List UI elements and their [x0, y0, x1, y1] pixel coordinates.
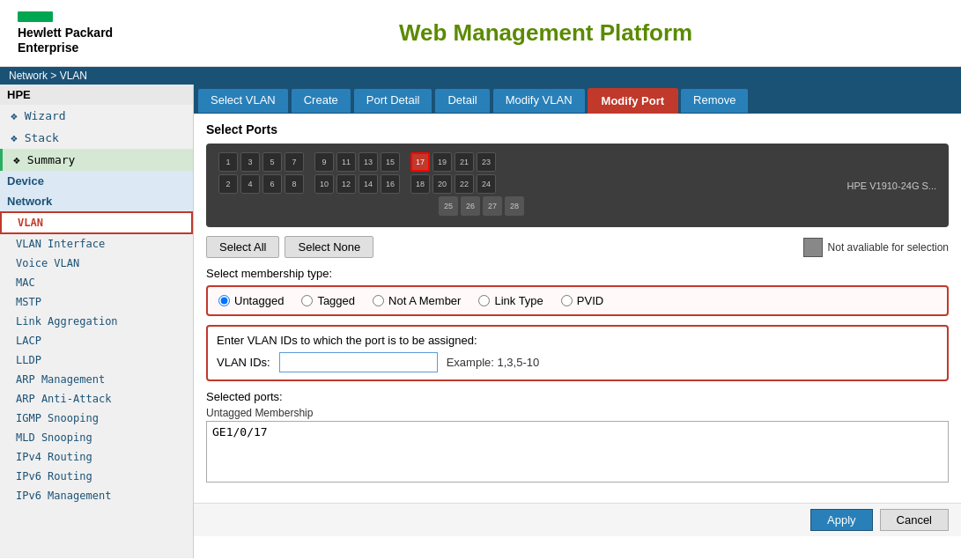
not-available-text: Not avaliable for selection [828, 241, 949, 254]
logo-text: Hewlett PackardEnterprise [18, 26, 113, 55]
radio-tagged-input[interactable] [301, 295, 313, 306]
port-13[interactable]: 13 [359, 152, 378, 172]
header: Hewlett PackardEnterprise Web Management… [0, 0, 961, 67]
port-9[interactable]: 9 [314, 152, 334, 172]
sidebar-sub-ipv6-routing[interactable]: IPv6 Routing [0, 467, 193, 486]
port-16[interactable]: 16 [381, 174, 400, 194]
port-26[interactable]: 26 [461, 196, 480, 216]
port-23[interactable]: 23 [477, 152, 496, 172]
sidebar-sub-igmp-snooping[interactable]: IGMP Snooping [0, 409, 193, 428]
port-17[interactable]: 17 [410, 152, 430, 172]
port-rows: 1 3 5 7 9 11 13 15 17 19 21 23 [218, 152, 839, 218]
selected-ports-textarea[interactable]: GE1/0/17 [206, 421, 949, 483]
selected-ports-section: Selected ports: Untagged Membership GE1/… [206, 390, 949, 485]
not-available-indicator: Not avaliable for selection [803, 238, 949, 257]
tab-port-detail[interactable]: Port Detail [353, 88, 433, 114]
port-gap-bot2 [403, 174, 408, 194]
tab-bar: Select VLAN Create Port Detail Detail Mo… [194, 85, 961, 114]
sidebar-sub-arp-management[interactable]: ARP Management [0, 370, 193, 389]
radio-link-type[interactable]: Link Type [478, 294, 543, 307]
port-gap-top2 [403, 152, 408, 172]
port-7[interactable]: 7 [285, 152, 304, 172]
sidebar-item-stack[interactable]: ❖ Stack [0, 127, 193, 149]
radio-not-a-member-input[interactable] [373, 295, 384, 306]
selected-ports-label: Selected ports: [206, 390, 949, 403]
port-4[interactable]: 4 [240, 174, 260, 194]
tab-modify-vlan[interactable]: Modify VLAN [492, 88, 586, 114]
sidebar-sub-lldp[interactable]: LLDP [0, 350, 193, 370]
tab-remove[interactable]: Remove [680, 88, 749, 114]
tab-modify-port[interactable]: Modify Port [588, 88, 679, 114]
sidebar-sub-mld-snooping[interactable]: MLD Snooping [0, 428, 193, 447]
port-3[interactable]: 3 [240, 152, 260, 172]
port-1[interactable]: 1 [218, 152, 238, 172]
port-5[interactable]: 5 [262, 152, 282, 172]
radio-tagged[interactable]: Tagged [301, 294, 355, 307]
port-22[interactable]: 22 [455, 174, 474, 194]
logo-area: Hewlett PackardEnterprise [18, 11, 113, 55]
radio-not-a-member[interactable]: Not A Member [373, 294, 461, 307]
port-28[interactable]: 28 [505, 196, 524, 216]
sidebar-sub-vlan[interactable]: VLAN [0, 211, 193, 234]
radio-untagged[interactable]: Untagged [218, 294, 284, 307]
content-body: Select Ports 1 3 5 7 9 11 13 15 [194, 114, 961, 503]
select-none-button[interactable]: Select None [285, 236, 373, 258]
sidebar-sub-voice-vlan[interactable]: Voice VLAN [0, 254, 193, 273]
tab-detail[interactable]: Detail [434, 88, 490, 114]
sidebar-sub-vlan-interface[interactable]: VLAN Interface [0, 234, 193, 254]
sidebar-sub-link-aggregation[interactable]: Link Aggregation [0, 312, 193, 331]
membership-section: Select membership type: Untagged Tagged … [206, 267, 949, 316]
port-6[interactable]: 6 [262, 174, 282, 194]
content-area: Select VLAN Create Port Detail Detail Mo… [194, 85, 961, 558]
port-20[interactable]: 20 [432, 174, 452, 194]
radio-pvid-input[interactable] [561, 295, 573, 306]
select-buttons-row: Select All Select None Not avaliable for… [206, 236, 949, 258]
port-8[interactable]: 8 [285, 174, 304, 194]
port-10[interactable]: 10 [314, 174, 334, 194]
sidebar-sub-arp-anti-attack[interactable]: ARP Anti-Attack [0, 389, 193, 409]
sidebar-sub-lacp[interactable]: LACP [0, 331, 193, 350]
radio-pvid[interactable]: PVID [561, 294, 603, 307]
cancel-button[interactable]: Cancel [880, 509, 949, 531]
radio-link-type-input[interactable] [478, 295, 490, 306]
sidebar-item-wizard[interactable]: ❖ Wizard [0, 105, 193, 127]
sidebar-sub-mac[interactable]: MAC [0, 273, 193, 292]
port-14[interactable]: 14 [359, 174, 378, 194]
port-24[interactable]: 24 [477, 174, 496, 194]
sidebar-item-summary[interactable]: ❖ Summary [0, 149, 193, 171]
radio-untagged-input[interactable] [218, 295, 230, 306]
port-gap-top [307, 152, 312, 172]
vlan-ids-field-label: VLAN IDs: [217, 356, 270, 369]
port-2[interactable]: 2 [218, 174, 238, 194]
port-gap-bot [307, 174, 312, 194]
tab-select-vlan[interactable]: Select VLAN [197, 88, 289, 114]
port-19[interactable]: 19 [432, 152, 452, 172]
sidebar-hpe-label: HPE [0, 85, 193, 105]
port-21[interactable]: 21 [455, 152, 474, 172]
port-11[interactable]: 11 [336, 152, 356, 172]
port-row-1: 1 3 5 7 9 11 13 15 17 19 21 23 [218, 152, 839, 172]
port-grid-container: 1 3 5 7 9 11 13 15 17 19 21 23 [206, 144, 949, 227]
sidebar-sub-ipv4-routing[interactable]: IPv4 Routing [0, 447, 193, 467]
port-25[interactable]: 25 [439, 196, 458, 216]
port-27[interactable]: 27 [483, 196, 502, 216]
port-12[interactable]: 12 [336, 174, 356, 194]
apply-button[interactable]: Apply [810, 509, 873, 531]
hpe-logo-icon [18, 11, 53, 22]
port-15[interactable]: 15 [381, 152, 400, 172]
select-ports-title: Select Ports [206, 122, 949, 136]
bottom-buttons: Apply Cancel [194, 503, 961, 536]
port-18[interactable]: 18 [410, 174, 430, 194]
vlan-ids-prompt: Enter VLAN IDs to which the port is to b… [217, 334, 938, 347]
select-all-button[interactable]: Select All [206, 236, 279, 258]
switch-label: HPE V1910-24G S... [839, 181, 937, 191]
vlan-ids-input[interactable] [279, 352, 438, 372]
breadcrumb: Network > VLAN [0, 67, 961, 85]
membership-type-prompt: Select membership type: [206, 267, 949, 280]
vlan-ids-row: VLAN IDs: Example: 1,3,5-10 [217, 352, 938, 372]
not-available-icon [803, 238, 823, 257]
sidebar-sub-mstp[interactable]: MSTP [0, 292, 193, 312]
sidebar-sub-ipv6-management[interactable]: IPv6 Management [0, 486, 193, 505]
tab-create[interactable]: Create [291, 88, 351, 114]
page-title: Web Management Platform [148, 19, 943, 47]
